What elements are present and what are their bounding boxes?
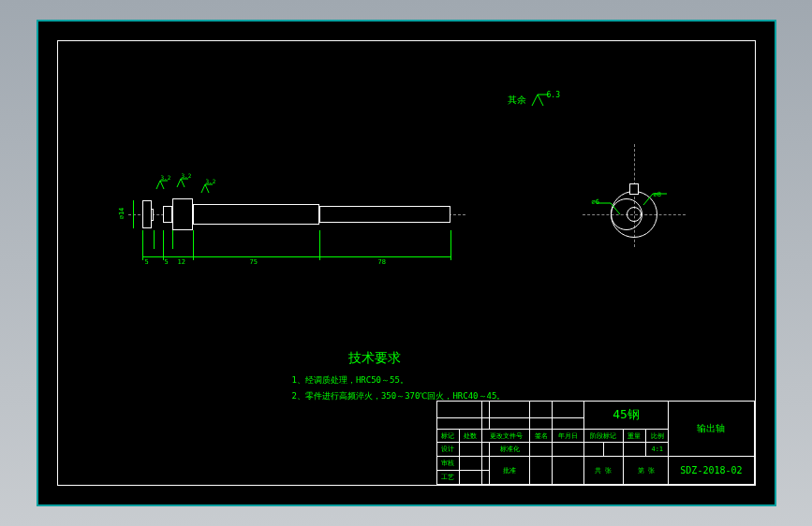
technical-requirements: 技术要求 1、经调质处理，HRC50～55。 2、零件进行高频淬火，350～37… — [292, 350, 506, 406]
hdr-zone: 处数 — [459, 429, 481, 443]
title-block-table: 45钢 输出轴 标记 处数 更改文件号 签名 年月日 阶段标记 重量 比例 — [436, 401, 755, 485]
shaft-seg-2 — [163, 206, 172, 223]
hdr-approve: 批准 — [490, 457, 530, 485]
hdr-date: 年月日 — [553, 429, 583, 443]
drawing-border: 其余 6.3 3.2 — [57, 40, 756, 486]
hdr-scale: 比例 — [646, 429, 669, 443]
leader-right-icon — [639, 191, 667, 210]
tech-req-line1: 1、经调质处理，HRC50～55。 — [292, 374, 506, 387]
surface-mark-2: 3.2 — [176, 178, 189, 191]
dim-ext-left — [133, 200, 134, 228]
surface-label: 其余 — [508, 94, 526, 107]
main-drawing: 3.2 3.2 3.2 ⌀14 5 5 12 — [142, 163, 704, 294]
dim-seg1: 5 — [145, 258, 149, 266]
shaft-seg-4 — [193, 204, 319, 225]
shaft-seg-3 — [172, 198, 193, 230]
dim-seg2: 5 — [165, 258, 169, 266]
hdr-rev: 更改文件号 — [482, 429, 530, 443]
hdr-mark: 标记 — [436, 429, 459, 443]
hdr-sheet2: 第 张 — [623, 457, 669, 485]
hdr-stage: 阶段标记 — [583, 429, 623, 443]
hdr-process: 工艺 — [436, 471, 459, 485]
material-cell: 45钢 — [583, 402, 669, 430]
surface-mark-3: 3.2 — [200, 183, 214, 197]
leader-left-icon — [597, 200, 625, 219]
surface-mark-1: 3.2 — [155, 180, 169, 193]
part-name-cell: 输出轴 — [669, 402, 754, 457]
drawing-no-cell: SDZ-2018-02 — [669, 457, 754, 485]
general-surface-finish: 其余 6.3 — [508, 93, 569, 108]
hdr-sig: 签名 — [530, 429, 553, 443]
dim-baseline — [142, 256, 450, 257]
shaft-seg-1 — [142, 200, 152, 228]
shaft-seg-5 — [319, 206, 450, 223]
hdr-check: 审核 — [436, 457, 459, 471]
scale-value: 4:1 — [646, 443, 669, 457]
keyway — [629, 183, 639, 195]
hdr-weight: 重量 — [623, 429, 645, 443]
dim-seg5: 78 — [378, 258, 386, 266]
surface-finish-value: 6.3 — [547, 91, 560, 99]
hdr-design: 设计 — [436, 443, 459, 457]
dim-seg3: 12 — [178, 258, 185, 266]
cad-viewport[interactable]: 其余 6.3 3.2 — [37, 20, 776, 506]
hdr-sheet: 共 张 — [583, 457, 623, 485]
hdr-stdcheck: 标准化 — [490, 443, 530, 457]
dim-seg4: 75 — [250, 258, 258, 266]
tech-req-title: 技术要求 — [348, 350, 506, 367]
title-block: 45钢 输出轴 标记 处数 更改文件号 签名 年月日 阶段标记 重量 比例 — [436, 401, 755, 485]
dim-diameter-left: ⌀14 — [118, 208, 125, 220]
